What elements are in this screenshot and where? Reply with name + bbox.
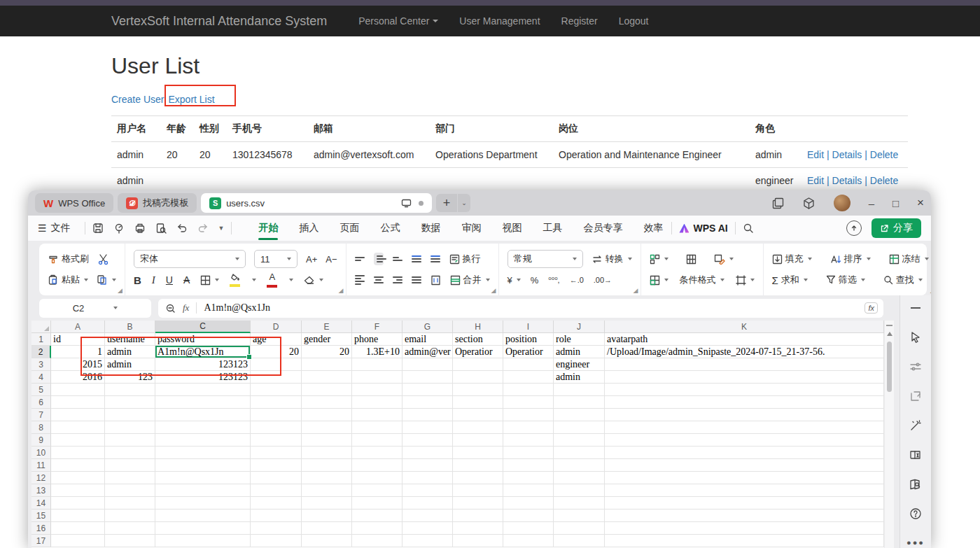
cell[interactable]	[554, 409, 605, 421]
cell[interactable]	[51, 510, 105, 522]
cell[interactable]	[105, 484, 155, 497]
tab-page[interactable]: 页面	[338, 218, 360, 239]
maximize-button[interactable]: □	[892, 197, 899, 209]
cell[interactable]	[605, 421, 884, 434]
cell[interactable]	[251, 358, 302, 371]
zoom-formula-icon[interactable]	[165, 303, 176, 314]
tab-wps-office[interactable]: W WPS Office	[35, 193, 113, 213]
select-all-corner[interactable]	[31, 321, 51, 333]
cell[interactable]: A1m!n@Qsx1Jn	[155, 346, 251, 358]
paste-button[interactable]: 粘贴	[48, 274, 88, 286]
dialog-launcher-icon[interactable]: ◢	[634, 287, 638, 294]
sort-button[interactable]: 排序	[830, 253, 871, 265]
cell[interactable]: id	[51, 333, 105, 346]
wps-ai-button[interactable]: WPS AI	[679, 223, 727, 234]
align-middle-button[interactable]	[374, 253, 384, 265]
cell[interactable]	[554, 510, 605, 522]
cell[interactable]	[51, 396, 105, 409]
cell[interactable]	[453, 510, 503, 522]
quick-access-dropdown-icon[interactable]: ▼	[218, 225, 225, 232]
cell[interactable]	[605, 497, 884, 510]
cell[interactable]	[105, 447, 155, 459]
cell[interactable]	[402, 371, 453, 384]
cell[interactable]	[155, 396, 251, 409]
cell[interactable]	[554, 396, 605, 409]
cell[interactable]: admin	[554, 346, 605, 358]
cell[interactable]	[105, 396, 155, 409]
row-header[interactable]: 1	[31, 333, 51, 346]
table-style-button[interactable]	[685, 254, 697, 265]
properties-sliders-icon[interactable]	[908, 360, 923, 373]
cell[interactable]	[352, 371, 402, 384]
fill-color-button[interactable]	[230, 274, 240, 287]
cell[interactable]	[302, 497, 352, 510]
vertical-scrollbar[interactable]	[885, 321, 894, 548]
cell[interactable]	[453, 522, 503, 535]
percent-button[interactable]: %	[531, 275, 539, 286]
cell[interactable]	[352, 484, 402, 497]
cell[interactable]	[554, 459, 605, 472]
close-button[interactable]: ×	[917, 196, 924, 210]
cell[interactable]	[155, 510, 251, 522]
column-header[interactable]: B	[105, 321, 155, 333]
cell[interactable]	[155, 434, 251, 447]
resize-layout-icon[interactable]	[908, 390, 923, 402]
cell[interactable]	[51, 484, 105, 497]
cell[interactable]	[402, 459, 453, 472]
cell[interactable]: position	[503, 333, 554, 346]
nav-register[interactable]: Register	[551, 6, 608, 36]
cell[interactable]	[453, 459, 503, 472]
cell-size-button[interactable]	[736, 275, 755, 286]
cell[interactable]	[402, 396, 453, 409]
cell[interactable]	[302, 421, 352, 434]
cell[interactable]	[105, 497, 155, 510]
cell[interactable]	[251, 472, 302, 484]
cell[interactable]	[605, 371, 884, 384]
text-orientation-button[interactable]	[430, 275, 441, 286]
convert-button[interactable]: 转换	[592, 253, 632, 265]
cell[interactable]	[155, 421, 251, 434]
cell[interactable]	[352, 472, 402, 484]
cell[interactable]	[402, 421, 453, 434]
cell[interactable]	[155, 535, 251, 547]
cell[interactable]: role	[554, 333, 605, 346]
column-header[interactable]: J	[554, 321, 605, 333]
cell[interactable]	[453, 535, 503, 547]
freeze-button[interactable]: 冻结	[889, 253, 929, 265]
cell[interactable]	[503, 384, 554, 396]
borders-button[interactable]	[200, 275, 219, 286]
number-format-select[interactable]: 常规	[507, 250, 583, 268]
scrollbar-thumb[interactable]	[887, 342, 892, 392]
cell[interactable]	[302, 447, 352, 459]
cell[interactable]	[352, 384, 402, 396]
cell[interactable]	[402, 522, 453, 535]
cell[interactable]	[453, 484, 503, 497]
cell[interactable]: admin@ver	[402, 346, 453, 358]
cell[interactable]	[503, 447, 554, 459]
conditional-format-button[interactable]: 条件格式	[680, 274, 724, 286]
cell[interactable]	[453, 409, 503, 421]
cell[interactable]	[302, 535, 352, 547]
cell[interactable]	[352, 396, 402, 409]
cell[interactable]: 1.3E+10	[352, 346, 402, 358]
undo-icon[interactable]	[176, 223, 188, 234]
cell[interactable]	[503, 358, 554, 371]
row-header[interactable]: 17	[31, 535, 51, 547]
cell[interactable]: 20	[251, 346, 302, 358]
dialog-launcher-icon[interactable]: ◢	[930, 287, 931, 294]
cell[interactable]	[554, 472, 605, 484]
column-header[interactable]: C	[155, 321, 251, 333]
cell[interactable]	[302, 484, 352, 497]
justify-button[interactable]	[412, 276, 421, 283]
row-header[interactable]: 10	[31, 447, 51, 459]
column-header[interactable]: I	[503, 321, 554, 333]
save-icon[interactable]	[92, 223, 104, 234]
align-top-button[interactable]	[355, 257, 365, 261]
cell[interactable]	[503, 409, 554, 421]
cell[interactable]	[605, 510, 884, 522]
insert-cells-button[interactable]	[650, 254, 668, 265]
cell[interactable]	[155, 522, 251, 535]
new-tab-dropdown[interactable]: ⌄	[458, 194, 470, 212]
cell[interactable]	[302, 358, 352, 371]
more-icon[interactable]: ●●●	[908, 537, 923, 548]
